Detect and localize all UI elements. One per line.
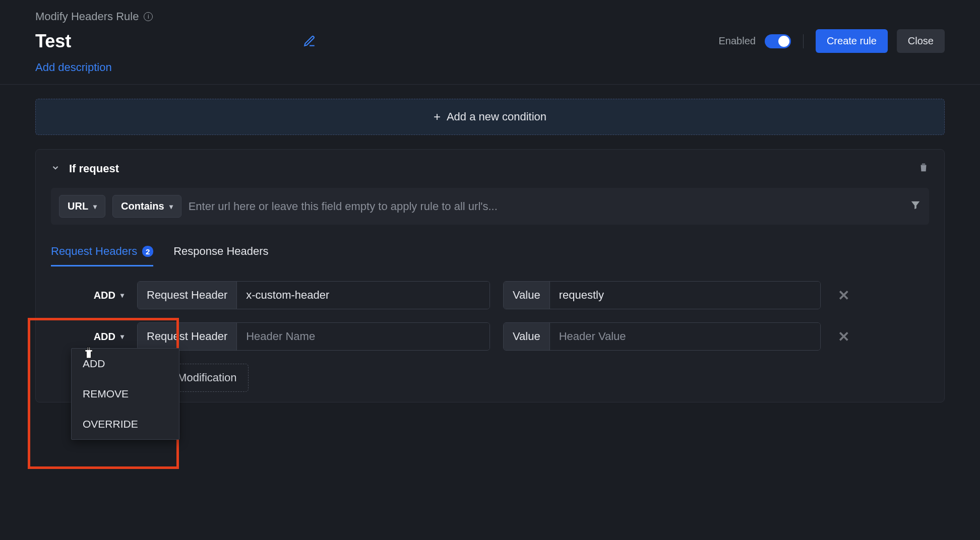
header-name-input[interactable] [237, 282, 489, 309]
panel-title: If request [69, 162, 119, 175]
chevron-down-icon[interactable] [51, 163, 60, 175]
breadcrumb-title: Modify Headers Rule [35, 10, 139, 23]
divider [803, 34, 804, 48]
operator-select[interactable]: Contains ▾ [112, 195, 181, 218]
chevron-down-icon: ▾ [120, 332, 124, 341]
header-key-label: Request Header [138, 282, 237, 309]
filter-icon[interactable] [910, 199, 921, 214]
dropdown-item-remove[interactable]: REMOVE [72, 379, 179, 409]
trash-icon[interactable] [918, 162, 929, 176]
dropdown-item-override[interactable]: OVERRIDE [72, 409, 179, 439]
add-condition-label: Add a new condition [447, 110, 546, 123]
header-value-input[interactable] [550, 323, 820, 350]
tab-request-badge: 2 [142, 246, 153, 257]
chevron-down-icon: ▾ [120, 291, 124, 299]
url-filter-row: URL ▾ Contains ▾ [51, 188, 929, 225]
url-input[interactable] [189, 200, 903, 213]
plus-icon: + [434, 110, 441, 124]
breadcrumb: Modify Headers Rule i [35, 10, 945, 23]
action-select[interactable]: ADD ▾ [94, 290, 124, 301]
header-key-label: Request Header [138, 323, 237, 350]
header-tabs: Request Headers 2 Response Headers [51, 245, 929, 267]
header-value-label: Value [504, 323, 550, 350]
remove-row-icon[interactable]: ✕ [834, 287, 853, 304]
enabled-label: Enabled [719, 35, 756, 47]
action-label: ADD [94, 331, 115, 343]
enabled-toggle[interactable] [765, 34, 791, 48]
tab-response-headers[interactable]: Response Headers [173, 245, 268, 266]
close-button[interactable]: Close [897, 29, 945, 53]
create-rule-button[interactable]: Create rule [816, 29, 888, 53]
modification-row: ADD ▾ Request Header Value ✕ [51, 281, 929, 309]
add-condition-button[interactable]: + Add a new condition [35, 99, 945, 135]
action-select[interactable]: ADD ▾ [94, 331, 124, 343]
url-type-select[interactable]: URL ▾ [59, 195, 105, 218]
header-value-label: Value [504, 282, 550, 309]
tab-request-label: Request Headers [51, 245, 137, 258]
action-label: ADD [94, 290, 115, 301]
remove-row-icon[interactable]: ✕ [834, 328, 853, 345]
tab-response-label: Response Headers [173, 245, 268, 258]
operator-label: Contains [121, 200, 164, 212]
header-name-input[interactable] [237, 323, 489, 350]
info-icon[interactable]: i [144, 12, 153, 21]
chevron-down-icon: ▾ [93, 202, 97, 211]
tab-request-headers[interactable]: Request Headers 2 [51, 245, 153, 266]
url-type-label: URL [68, 200, 88, 212]
action-dropdown: ADD REMOVE OVERRIDE [71, 348, 179, 440]
edit-icon[interactable] [303, 35, 316, 48]
header-value-input[interactable] [550, 282, 820, 309]
add-description-link[interactable]: Add description [35, 61, 945, 74]
rule-title: Test [35, 31, 71, 52]
chevron-down-icon: ▾ [169, 202, 173, 211]
modification-row: ADD ▾ ADD REMOVE OVERRIDE [51, 322, 929, 351]
condition-panel: If request URL ▾ Contains ▾ [35, 149, 945, 402]
dropdown-item-add[interactable]: ADD [72, 349, 179, 379]
